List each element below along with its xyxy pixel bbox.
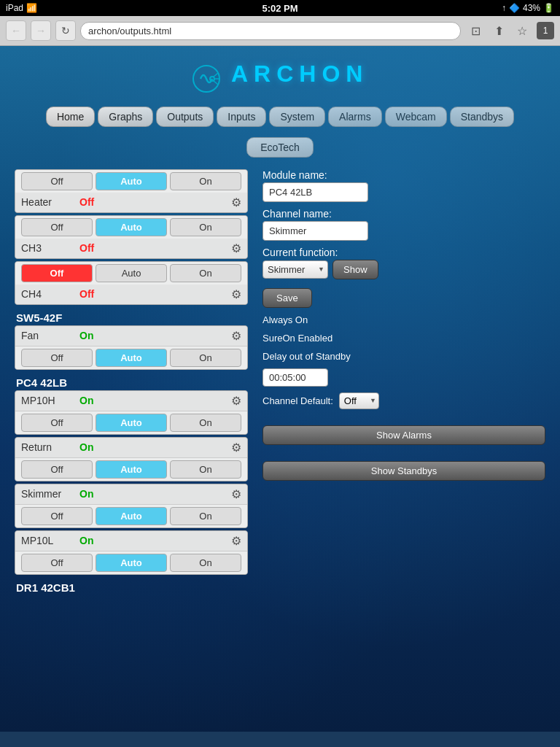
heater-top-on[interactable]: On <box>170 172 241 190</box>
mp10l-channel-row: MP10L On ⚙ <box>15 531 247 551</box>
ch4-top-on[interactable]: On <box>170 264 241 282</box>
channel-group-fan: Fan On ⚙ Off Auto On <box>15 325 248 370</box>
delay-time-section <box>262 368 545 387</box>
ch3-status: Off <box>79 242 94 254</box>
nav-outputs[interactable]: Outputs <box>156 107 214 127</box>
mp10h-off[interactable]: Off <box>21 414 93 432</box>
ch3-name: CH3 <box>21 242 79 254</box>
skimmer-gear-icon[interactable]: ⚙ <box>231 487 241 501</box>
channel-group-return: Return On ⚙ Off Auto On <box>15 437 248 481</box>
default-select-wrapper: Off On Auto <box>339 392 379 409</box>
nav-webcam[interactable]: Webcam <box>385 107 447 127</box>
ch4-name: CH4 <box>21 288 79 300</box>
return-off[interactable]: Off <box>21 460 93 479</box>
fan-off[interactable]: Off <box>21 349 93 367</box>
nav-system[interactable]: System <box>269 107 325 127</box>
bookmark-button[interactable]: ☆ <box>512 20 532 41</box>
mp10l-off[interactable]: Off <box>21 554 93 572</box>
ch4-gear-icon[interactable]: ⚙ <box>231 287 241 301</box>
battery-icon: 🔋 <box>543 3 554 13</box>
ch4-top-auto[interactable]: Auto <box>96 264 167 282</box>
skimmer-toggle: Off Auto On <box>15 505 247 527</box>
sureon-text: SureOn Enabled <box>262 332 545 344</box>
mp10l-auto[interactable]: Auto <box>96 554 167 572</box>
module-name-label: Module name: <box>262 169 545 181</box>
bluetooth-icon: 🔷 <box>509 3 520 13</box>
current-function-label: Current function: <box>262 247 545 258</box>
return-status: On <box>79 441 93 453</box>
mp10h-toggle: Off Auto On <box>15 411 247 434</box>
function-select-wrapper: Skimmer Always On Return Fan Heater <box>262 260 328 279</box>
nav-alarms[interactable]: Alarms <box>328 107 382 127</box>
return-name: Return <box>21 441 79 453</box>
status-bar: iPad 📶 5:02 PM ↑ 🔷 43% 🔋 <box>0 0 560 16</box>
heater-gear-icon[interactable]: ⚙ <box>231 196 241 209</box>
return-auto[interactable]: Auto <box>96 460 167 479</box>
save-button[interactable]: Save <box>262 288 312 308</box>
ch4-top-off[interactable]: Off <box>21 264 93 282</box>
channels-panel: Off Auto On Heater Off ⚙ Off Auto On <box>15 169 248 595</box>
ocean-background: ARCHON Home Graphs Outputs Inputs System… <box>0 46 560 732</box>
skimmer-auto[interactable]: Auto <box>96 507 167 525</box>
show-button[interactable]: Show <box>332 260 378 279</box>
nav-inputs[interactable]: Inputs <box>217 107 266 127</box>
share-button[interactable]: ⬆ <box>489 20 509 41</box>
channel-default-row: Channel Default: Off On Auto <box>262 392 545 409</box>
channel-group-ch3: Off Auto On CH3 Off ⚙ <box>15 215 248 259</box>
wifi-icon: 📶 <box>26 3 37 13</box>
return-gear-icon[interactable]: ⚙ <box>231 441 241 454</box>
ch3-top-auto[interactable]: Auto <box>96 218 167 236</box>
channel-name-section: Channel name: <box>262 208 545 241</box>
mp10h-auto[interactable]: Auto <box>96 414 167 432</box>
skimmer-on[interactable]: On <box>170 507 241 525</box>
ch3-gear-icon[interactable]: ⚙ <box>231 241 241 255</box>
fan-gear-icon[interactable]: ⚙ <box>231 329 241 343</box>
dr1-module-label: DR1 42CB1 <box>15 577 248 595</box>
heater-status: Off <box>79 196 94 208</box>
module-name-input[interactable] <box>262 182 368 202</box>
fan-on[interactable]: On <box>170 349 241 367</box>
channel-name-input[interactable] <box>262 221 368 241</box>
channel-name-label: Channel name: <box>262 208 545 220</box>
browser-actions: ⊡ ⬆ ☆ <box>465 20 532 41</box>
mp10l-on[interactable]: On <box>170 554 241 572</box>
show-alarms-button[interactable]: Show Alarms <box>262 425 545 445</box>
heater-top-toggle: Off Auto On <box>15 170 247 193</box>
mp10h-gear-icon[interactable]: ⚙ <box>231 394 241 408</box>
mp10h-on[interactable]: On <box>170 414 241 432</box>
fan-status: On <box>79 330 93 341</box>
pc4-module-label: PC4 42LB <box>15 372 248 390</box>
tab-badge[interactable]: 1 <box>537 22 554 39</box>
return-on[interactable]: On <box>170 460 241 479</box>
sw5-module-label: SW5-42F <box>15 307 248 325</box>
url-bar[interactable]: archon/outputs.html <box>80 22 461 40</box>
ecotech-button[interactable]: EcoTech <box>246 137 314 158</box>
reload-button[interactable]: ↻ <box>55 20 76 41</box>
nav-home[interactable]: Home <box>46 107 95 127</box>
cast-button[interactable]: ⊡ <box>465 20 486 41</box>
mp10h-channel-row: MP10H On ⚙ <box>15 391 247 411</box>
ch3-top-off[interactable]: Off <box>21 218 93 236</box>
skimmer-off[interactable]: Off <box>21 507 93 525</box>
fan-auto[interactable]: Auto <box>96 349 167 367</box>
channel-group-skimmer: Skimmer On ⚙ Off Auto On <box>15 484 248 528</box>
return-channel-row: Return On ⚙ <box>15 438 247 458</box>
status-right: ↑ 🔷 43% 🔋 <box>502 3 554 13</box>
nav-standbys[interactable]: Standbys <box>450 107 514 127</box>
skimmer-name: Skimmer <box>21 488 79 500</box>
heater-top-off[interactable]: Off <box>21 172 93 190</box>
ch3-top-on[interactable]: On <box>170 218 241 236</box>
delay-time-input[interactable] <box>262 368 328 387</box>
fan-toggle: Off Auto On <box>15 347 247 369</box>
channel-default-select[interactable]: Off On Auto <box>339 392 379 409</box>
function-select[interactable]: Skimmer Always On Return Fan Heater <box>262 260 328 279</box>
channel-group-heater: Off Auto On Heater Off ⚙ <box>15 169 248 213</box>
nav-graphs[interactable]: Graphs <box>98 107 153 127</box>
mp10l-toggle: Off Auto On <box>15 551 247 574</box>
show-standbys-button[interactable]: Show Standbys <box>262 461 545 481</box>
settings-panel: Module name: Channel name: Current funct… <box>262 169 545 595</box>
back-button[interactable]: ← <box>6 20 26 41</box>
mp10l-gear-icon[interactable]: ⚙ <box>231 534 241 548</box>
heater-top-auto[interactable]: Auto <box>96 172 167 190</box>
forward-button[interactable]: → <box>31 20 51 41</box>
